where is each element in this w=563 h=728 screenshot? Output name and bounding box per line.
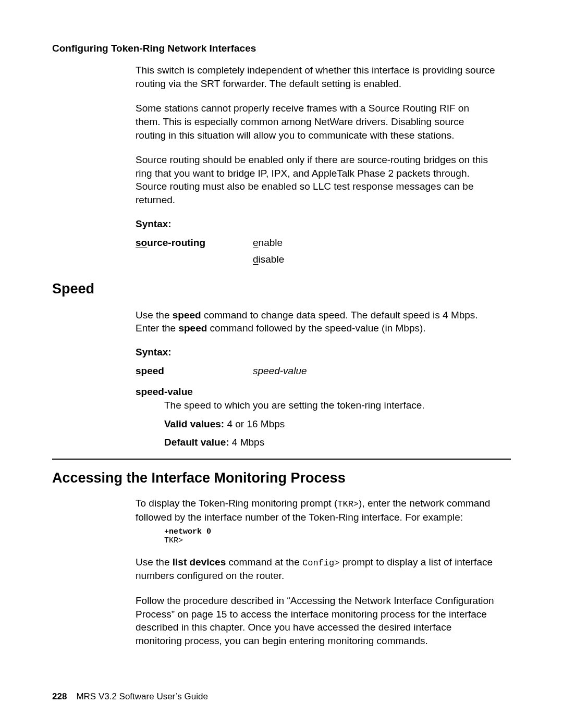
monitoring-section: To display the Token-Ring monitoring pro…	[136, 497, 495, 648]
def-valid: Valid values: 4 or 16 Mbps	[164, 417, 495, 431]
command-arg: speed-value	[253, 365, 307, 377]
monitoring-heading: Accessing the Interface Monitoring Proce…	[52, 470, 511, 486]
code-example: +network 0 TKR>	[164, 527, 495, 545]
def-term: speed-value	[136, 386, 495, 398]
def-default: Default value: 4 Mbps	[164, 436, 495, 449]
paragraph: Source routing should be enabled only if…	[136, 153, 495, 207]
syntax-row: disable	[136, 254, 495, 265]
command-name: speed	[136, 365, 253, 377]
speed-heading: Speed	[52, 281, 511, 297]
syntax-row: source-routing enable	[136, 237, 495, 249]
section-title: Configuring Token-Ring Network Interface…	[52, 43, 511, 54]
def-description: The speed to which you are setting the t…	[164, 399, 495, 412]
paragraph: Follow the procedure described in “Acces…	[136, 594, 495, 648]
paragraph: Some stations cannot properly receive fr…	[136, 102, 495, 142]
source-routing-section: This switch is completely independent of…	[136, 64, 495, 265]
paragraph: Use the speed command to change data spe…	[136, 309, 495, 335]
doc-title: MRS V3.2 Software User’s Guide	[76, 692, 208, 701]
paragraph: Use the list devices command at the Conf…	[136, 556, 495, 583]
command-option: enable	[253, 237, 283, 249]
syntax-label: Syntax:	[136, 218, 495, 230]
section-divider	[52, 459, 511, 460]
command-option: disable	[253, 254, 284, 265]
syntax-label: Syntax:	[136, 347, 495, 358]
command-name: source-routing	[136, 237, 253, 249]
page-footer: 228MRS V3.2 Software User’s Guide	[52, 692, 208, 702]
paragraph: To display the Token-Ring monitoring pro…	[136, 497, 495, 524]
page-number: 228	[52, 692, 67, 701]
syntax-row: speed speed-value	[136, 365, 495, 377]
page-content: Configuring Token-Ring Network Interface…	[0, 0, 563, 648]
speed-section: Use the speed command to change data spe…	[136, 309, 495, 449]
paragraph: This switch is completely independent of…	[136, 64, 495, 90]
